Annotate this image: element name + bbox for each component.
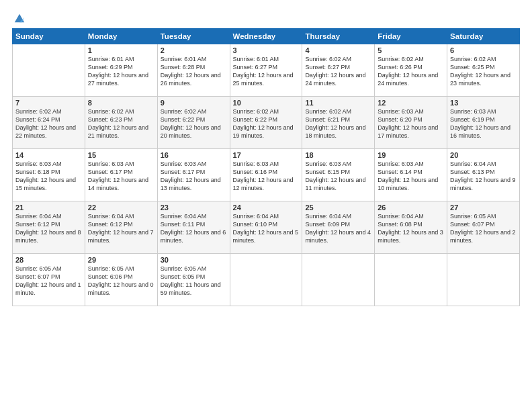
calendar-cell: 9 Sunrise: 6:02 AMSunset: 6:22 PMDayligh… xyxy=(157,97,230,149)
calendar-cell: 18 Sunrise: 6:03 AMSunset: 6:15 PMDaylig… xyxy=(302,149,375,201)
calendar-cell: 7 Sunrise: 6:02 AMSunset: 6:24 PMDayligh… xyxy=(13,97,85,149)
day-number: 8 xyxy=(88,99,154,107)
day-number: 5 xyxy=(378,46,444,54)
day-number: 23 xyxy=(161,203,227,212)
day-info: Sunrise: 6:02 AMSunset: 6:22 PMDaylight:… xyxy=(233,107,300,140)
day-info: Sunrise: 6:01 AMSunset: 6:27 PMDaylight:… xyxy=(233,55,300,88)
day-number: 21 xyxy=(15,203,82,212)
calendar-week-row: 1 Sunrise: 6:01 AMSunset: 6:29 PMDayligh… xyxy=(13,44,520,97)
day-number: 6 xyxy=(450,46,517,54)
calendar-cell: 25 Sunrise: 6:04 AMSunset: 6:09 PMDaylig… xyxy=(302,201,375,254)
day-info: Sunrise: 6:01 AMSunset: 6:28 PMDaylight:… xyxy=(161,55,227,88)
day-info: Sunrise: 6:04 AMSunset: 6:11 PMDaylight:… xyxy=(161,212,227,245)
day-number: 18 xyxy=(305,151,371,159)
day-number: 16 xyxy=(161,151,227,159)
day-info: Sunrise: 6:05 AMSunset: 6:05 PMDaylight:… xyxy=(161,265,227,298)
calendar-cell: 19 Sunrise: 6:03 AMSunset: 6:14 PMDaylig… xyxy=(375,149,447,201)
calendar-week-row: 28 Sunrise: 6:05 AMSunset: 6:07 PMDaylig… xyxy=(13,254,520,306)
calendar-week-row: 14 Sunrise: 6:03 AMSunset: 6:18 PMDaylig… xyxy=(13,149,520,201)
day-info: Sunrise: 6:02 AMSunset: 6:21 PMDaylight:… xyxy=(305,107,371,140)
logo-text xyxy=(12,12,26,24)
calendar-cell: 6 Sunrise: 6:02 AMSunset: 6:25 PMDayligh… xyxy=(447,44,520,97)
day-number: 3 xyxy=(233,46,300,54)
day-info: Sunrise: 6:03 AMSunset: 6:14 PMDaylight:… xyxy=(378,160,444,193)
calendar-cell: 21 Sunrise: 6:04 AMSunset: 6:12 PMDaylig… xyxy=(13,201,85,254)
calendar-cell: 4 Sunrise: 6:02 AMSunset: 6:27 PMDayligh… xyxy=(302,44,375,97)
day-number: 30 xyxy=(161,256,227,264)
weekday-header-wednesday: Wednesday xyxy=(230,29,302,44)
calendar-cell: 20 Sunrise: 6:04 AMSunset: 6:13 PMDaylig… xyxy=(447,149,520,201)
day-info: Sunrise: 6:03 AMSunset: 6:16 PMDaylight:… xyxy=(233,160,300,193)
day-number: 11 xyxy=(305,99,371,107)
day-info: Sunrise: 6:04 AMSunset: 6:12 PMDaylight:… xyxy=(15,212,82,245)
day-number: 14 xyxy=(15,151,82,159)
weekday-header-saturday: Saturday xyxy=(447,29,520,44)
weekday-header-sunday: Sunday xyxy=(13,29,85,44)
calendar-cell: 30 Sunrise: 6:05 AMSunset: 6:05 PMDaylig… xyxy=(157,254,230,306)
weekday-header-tuesday: Tuesday xyxy=(157,29,230,44)
day-info: Sunrise: 6:02 AMSunset: 6:26 PMDaylight:… xyxy=(378,55,444,88)
day-info: Sunrise: 6:02 AMSunset: 6:25 PMDaylight:… xyxy=(450,55,517,88)
day-info: Sunrise: 6:02 AMSunset: 6:22 PMDaylight:… xyxy=(161,107,227,140)
calendar-cell: 14 Sunrise: 6:03 AMSunset: 6:18 PMDaylig… xyxy=(13,149,85,201)
calendar-cell xyxy=(302,254,375,306)
day-info: Sunrise: 6:04 AMSunset: 6:10 PMDaylight:… xyxy=(233,212,300,245)
svg-marker-0 xyxy=(15,14,24,23)
day-number: 4 xyxy=(305,46,371,54)
logo xyxy=(12,12,26,23)
day-info: Sunrise: 6:03 AMSunset: 6:19 PMDaylight:… xyxy=(450,107,517,140)
day-number: 22 xyxy=(88,203,154,212)
weekday-header-row: SundayMondayTuesdayWednesdayThursdayFrid… xyxy=(13,29,520,44)
day-number: 24 xyxy=(233,203,300,212)
day-number: 7 xyxy=(15,99,82,107)
day-info: Sunrise: 6:03 AMSunset: 6:17 PMDaylight:… xyxy=(88,160,154,193)
calendar-cell: 26 Sunrise: 6:04 AMSunset: 6:08 PMDaylig… xyxy=(375,201,447,254)
day-number: 1 xyxy=(88,46,154,54)
weekday-header-thursday: Thursday xyxy=(302,29,375,44)
weekday-header-friday: Friday xyxy=(375,29,447,44)
day-info: Sunrise: 6:02 AMSunset: 6:24 PMDaylight:… xyxy=(15,107,82,140)
day-number: 20 xyxy=(450,151,517,159)
day-info: Sunrise: 6:03 AMSunset: 6:15 PMDaylight:… xyxy=(305,160,371,193)
calendar-week-row: 7 Sunrise: 6:02 AMSunset: 6:24 PMDayligh… xyxy=(13,97,520,149)
day-number: 26 xyxy=(378,203,444,212)
day-info: Sunrise: 6:01 AMSunset: 6:29 PMDaylight:… xyxy=(88,55,154,88)
calendar-cell: 11 Sunrise: 6:02 AMSunset: 6:21 PMDaylig… xyxy=(302,97,375,149)
calendar-cell: 23 Sunrise: 6:04 AMSunset: 6:11 PMDaylig… xyxy=(157,201,230,254)
day-number: 28 xyxy=(15,256,82,264)
calendar-cell: 17 Sunrise: 6:03 AMSunset: 6:16 PMDaylig… xyxy=(230,149,302,201)
day-number: 2 xyxy=(161,46,227,54)
day-info: Sunrise: 6:02 AMSunset: 6:23 PMDaylight:… xyxy=(88,107,154,140)
day-number: 29 xyxy=(88,256,154,264)
day-number: 10 xyxy=(233,99,300,107)
day-number: 12 xyxy=(378,99,444,107)
calendar-table: SundayMondayTuesdayWednesdayThursdayFrid… xyxy=(12,28,520,306)
day-info: Sunrise: 6:04 AMSunset: 6:13 PMDaylight:… xyxy=(450,160,517,193)
header xyxy=(12,12,520,23)
day-info: Sunrise: 6:03 AMSunset: 6:17 PMDaylight:… xyxy=(161,160,227,193)
day-number: 13 xyxy=(450,99,517,107)
calendar-cell: 1 Sunrise: 6:01 AMSunset: 6:29 PMDayligh… xyxy=(85,44,157,97)
day-info: Sunrise: 6:03 AMSunset: 6:18 PMDaylight:… xyxy=(15,160,82,193)
calendar-cell: 28 Sunrise: 6:05 AMSunset: 6:07 PMDaylig… xyxy=(13,254,85,306)
calendar-page: SundayMondayTuesdayWednesdayThursdayFrid… xyxy=(0,0,532,411)
day-info: Sunrise: 6:02 AMSunset: 6:27 PMDaylight:… xyxy=(305,55,371,88)
day-info: Sunrise: 6:04 AMSunset: 6:08 PMDaylight:… xyxy=(378,212,444,245)
day-number: 27 xyxy=(450,203,517,212)
calendar-cell: 5 Sunrise: 6:02 AMSunset: 6:26 PMDayligh… xyxy=(375,44,447,97)
weekday-header-monday: Monday xyxy=(85,29,157,44)
calendar-cell: 13 Sunrise: 6:03 AMSunset: 6:19 PMDaylig… xyxy=(447,97,520,149)
calendar-week-row: 21 Sunrise: 6:04 AMSunset: 6:12 PMDaylig… xyxy=(13,201,520,254)
logo-icon xyxy=(13,12,26,24)
calendar-cell: 22 Sunrise: 6:04 AMSunset: 6:12 PMDaylig… xyxy=(85,201,157,254)
calendar-cell: 8 Sunrise: 6:02 AMSunset: 6:23 PMDayligh… xyxy=(85,97,157,149)
day-info: Sunrise: 6:05 AMSunset: 6:06 PMDaylight:… xyxy=(88,265,154,298)
calendar-cell: 3 Sunrise: 6:01 AMSunset: 6:27 PMDayligh… xyxy=(230,44,302,97)
day-number: 15 xyxy=(88,151,154,159)
calendar-cell: 12 Sunrise: 6:03 AMSunset: 6:20 PMDaylig… xyxy=(375,97,447,149)
day-number: 9 xyxy=(161,99,227,107)
day-number: 25 xyxy=(305,203,371,212)
calendar-cell xyxy=(375,254,447,306)
day-info: Sunrise: 6:04 AMSunset: 6:09 PMDaylight:… xyxy=(305,212,371,245)
day-number: 19 xyxy=(378,151,444,159)
